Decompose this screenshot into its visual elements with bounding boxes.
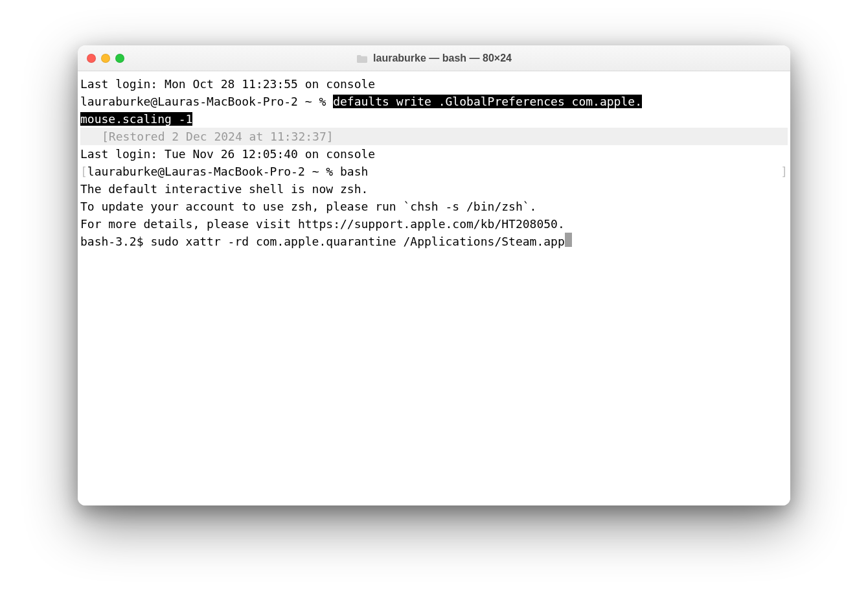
bracket-close: ]	[781, 163, 788, 180]
selected-command-part1: defaults write .GlobalPreferences com.ap…	[333, 95, 642, 108]
bash-prompt: bash-3.2$	[80, 235, 150, 248]
command-bash: bash	[340, 165, 368, 178]
minimize-button[interactable]	[101, 54, 110, 63]
prompt-line-1: lauraburke@Lauras-MacBook-Pro-2 ~ % defa…	[80, 93, 788, 110]
close-button[interactable]	[87, 54, 96, 63]
bash-prompt-line: bash-3.2$ sudo xattr -rd com.apple.quara…	[80, 233, 788, 250]
last-login-line-2: Last login: Tue Nov 26 12:05:40 on conso…	[80, 145, 788, 163]
zsh-notice-3: For more details, please visit https://s…	[80, 215, 788, 233]
window-title-group: lauraburke — bash — 80×24	[78, 52, 790, 64]
command-continuation: mouse.scaling -1	[80, 110, 788, 128]
traffic-lights	[87, 54, 124, 63]
shell-prompt-2: lauraburke@Lauras-MacBook-Pro-2 ~ %	[87, 165, 340, 178]
terminal-content[interactable]: Last login: Mon Oct 28 11:23:55 on conso…	[78, 71, 790, 505]
window-title: lauraburke — bash — 80×24	[373, 52, 512, 64]
terminal-cursor	[565, 233, 572, 247]
shell-prompt: lauraburke@Lauras-MacBook-Pro-2 ~ %	[80, 95, 333, 108]
bash-command: sudo xattr -rd com.apple.quarantine /App…	[150, 235, 564, 248]
last-login-line: Last login: Mon Oct 28 11:23:55 on conso…	[80, 75, 788, 93]
zsh-notice-1: The default interactive shell is now zsh…	[80, 180, 788, 198]
folder-icon	[356, 54, 368, 63]
selected-command-part2: mouse.scaling -1	[80, 112, 192, 126]
zoom-button[interactable]	[115, 54, 124, 63]
restored-session-line: [Restored 2 Dec 2024 at 11:32:37]	[80, 128, 788, 145]
bracket-open: [	[80, 165, 87, 178]
terminal-window: lauraburke — bash — 80×24 Last login: Mo…	[78, 45, 790, 505]
prompt-line-2: [lauraburke@Lauras-MacBook-Pro-2 ~ % bas…	[80, 163, 788, 180]
window-titlebar[interactable]: lauraburke — bash — 80×24	[78, 45, 790, 71]
zsh-notice-2: To update your account to use zsh, pleas…	[80, 198, 788, 215]
